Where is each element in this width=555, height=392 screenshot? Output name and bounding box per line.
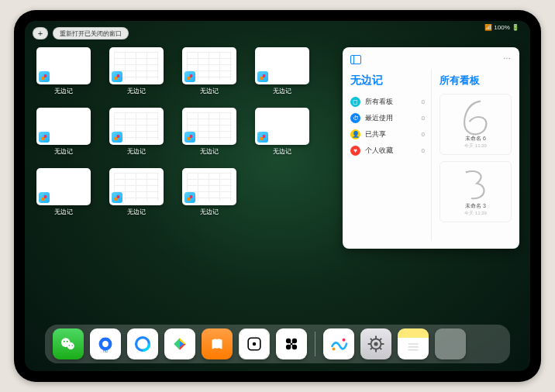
board-date: 今天 11:29 xyxy=(464,143,487,150)
thumbnail-label: 无边记 xyxy=(54,87,73,95)
thumbnail-preview xyxy=(109,108,164,145)
svg-point-19 xyxy=(333,348,336,351)
freeform-mini-icon xyxy=(184,132,195,143)
svg-line-30 xyxy=(371,348,373,350)
category-count: 0 xyxy=(422,147,425,154)
category-label: 已共享 xyxy=(365,129,417,139)
board-name: 未命名 6 xyxy=(465,135,486,143)
freeform-mini-icon xyxy=(112,192,122,203)
board-preview xyxy=(453,167,499,202)
svg-point-3 xyxy=(67,341,68,342)
category-item[interactable]: ◻ 所有看板 0 xyxy=(350,94,425,110)
dice-icon[interactable] xyxy=(239,328,270,359)
thumbnail-preview xyxy=(255,47,309,84)
qbrowser-icon[interactable] xyxy=(127,328,158,359)
window-thumbnail[interactable]: 无边记 xyxy=(36,168,91,218)
thumbnail-preview xyxy=(182,168,236,205)
notes-icon[interactable] xyxy=(398,328,429,359)
window-thumbnail-grid: 无边记 无边记 无边记 无边记 无边记 无边记 无边记 无边记 xyxy=(36,47,310,249)
category-count: 0 xyxy=(422,131,425,138)
thumbnail-preview xyxy=(36,168,91,205)
top-bar: + 重新打开已关闭的窗口 xyxy=(25,21,530,46)
window-thumbnail[interactable]: 无边记 xyxy=(36,108,91,157)
freeform-mini-icon xyxy=(39,71,50,82)
window-thumbnail[interactable]: 无边记 xyxy=(181,47,237,97)
thumbnail-preview xyxy=(109,47,164,84)
svg-point-22 xyxy=(374,342,377,346)
window-thumbnail[interactable]: 无边记 xyxy=(109,47,164,97)
settings-icon[interactable] xyxy=(360,328,391,359)
thumbnail-label: 无边记 xyxy=(273,87,291,95)
svg-line-27 xyxy=(371,339,373,341)
board-name: 未命名 3 xyxy=(465,202,486,210)
thumbnail-label: 无边记 xyxy=(54,208,73,216)
panel-left-title: 无边记 xyxy=(350,74,425,88)
svg-point-20 xyxy=(343,339,346,342)
panel-right-column: 所有看板 未命名 6 今天 11:29 未命名 3 今天 11:29 xyxy=(431,69,512,241)
freeform-mini-icon xyxy=(112,71,122,82)
window-thumbnail[interactable]: 无边记 xyxy=(181,168,237,218)
thumbnail-label: 无边记 xyxy=(127,87,146,95)
category-icon: ⏱ xyxy=(350,113,360,123)
window-thumbnail[interactable]: 无边记 xyxy=(109,108,164,157)
thumbnail-label: 无边记 xyxy=(273,147,291,156)
svg-point-2 xyxy=(64,341,65,342)
qqhd-icon[interactable]: HD xyxy=(90,328,121,359)
thumbnail-label: 无边记 xyxy=(200,87,219,95)
play-icon[interactable] xyxy=(164,328,195,359)
window-thumbnail[interactable]: 无边记 xyxy=(254,108,310,157)
window-thumbnail[interactable]: 无边记 xyxy=(181,108,237,157)
content-area: 无边记 无边记 无边记 无边记 无边记 无边记 无边记 无边记 xyxy=(25,46,530,249)
status-bar: 📶 100% 🔋 xyxy=(484,24,519,31)
dock-separator xyxy=(315,332,315,356)
category-count: 0 xyxy=(422,115,425,122)
wechat-icon[interactable] xyxy=(53,328,84,359)
board-date: 今天 11:29 xyxy=(464,210,487,217)
thumbnail-label: 无边记 xyxy=(54,147,73,156)
category-label: 个人收藏 xyxy=(365,146,417,156)
books-icon[interactable] xyxy=(202,328,233,359)
category-icon: 👤 xyxy=(350,129,360,139)
thumbnail-preview xyxy=(182,47,236,84)
freeform-icon[interactable] xyxy=(323,328,354,359)
board-list: 未命名 6 今天 11:29 未命名 3 今天 11:29 xyxy=(440,94,512,222)
svg-line-29 xyxy=(380,339,382,341)
new-window-button[interactable]: + xyxy=(33,27,48,40)
window-thumbnail[interactable]: 无边记 xyxy=(109,168,164,218)
freeform-mini-icon xyxy=(184,71,195,82)
freeform-mini-icon xyxy=(112,132,122,143)
screen: 📶 100% 🔋 + 重新打开已关闭的窗口 无边记 无边记 无边记 无边记 无边… xyxy=(25,21,530,371)
board-item[interactable]: 未命名 6 今天 11:29 xyxy=(440,94,512,155)
category-list: ◻ 所有看板 0 ⏱ 最近使用 0 👤 已共享 0 ♥ 个人收藏 0 xyxy=(350,94,425,159)
freeform-mini-icon xyxy=(39,192,50,203)
svg-text:HD: HD xyxy=(103,349,109,353)
thumbnail-label: 无边记 xyxy=(200,208,219,216)
svg-point-7 xyxy=(102,341,109,347)
svg-point-4 xyxy=(69,345,71,346)
freeform-mini-icon xyxy=(39,132,50,143)
panel-right-title: 所有看板 xyxy=(440,74,512,88)
dock: HD xyxy=(45,325,510,363)
clone-icon[interactable] xyxy=(276,328,307,359)
category-count: 0 xyxy=(422,98,425,105)
folder-icon[interactable] xyxy=(435,328,466,359)
reopen-closed-window-button[interactable]: 重新打开已关闭的窗口 xyxy=(53,27,129,40)
sidebar-icon xyxy=(350,55,361,64)
category-item[interactable]: 👤 已共享 0 xyxy=(350,126,425,143)
board-item[interactable]: 未命名 3 今天 11:29 xyxy=(440,161,512,222)
category-icon: ◻ xyxy=(350,97,360,107)
thumbnail-label: 无边记 xyxy=(200,147,219,156)
window-thumbnail[interactable]: 无边记 xyxy=(254,47,310,97)
sidebar-panel: … 无边记 ◻ 所有看板 0 ⏱ 最近使用 0 👤 已共享 0 ♥ 个人收藏 0… xyxy=(343,47,519,249)
panel-options-button[interactable]: … xyxy=(503,52,512,60)
freeform-mini-icon xyxy=(257,132,268,143)
thumbnail-preview xyxy=(36,47,91,84)
window-thumbnail[interactable]: 无边记 xyxy=(36,47,91,97)
svg-point-1 xyxy=(67,342,74,349)
board-preview xyxy=(453,99,499,135)
svg-point-12 xyxy=(253,342,257,346)
freeform-mini-icon xyxy=(257,71,268,82)
category-label: 所有看板 xyxy=(365,97,417,107)
category-item[interactable]: ⏱ 最近使用 0 xyxy=(350,110,425,126)
category-item[interactable]: ♥ 个人收藏 0 xyxy=(350,143,425,159)
